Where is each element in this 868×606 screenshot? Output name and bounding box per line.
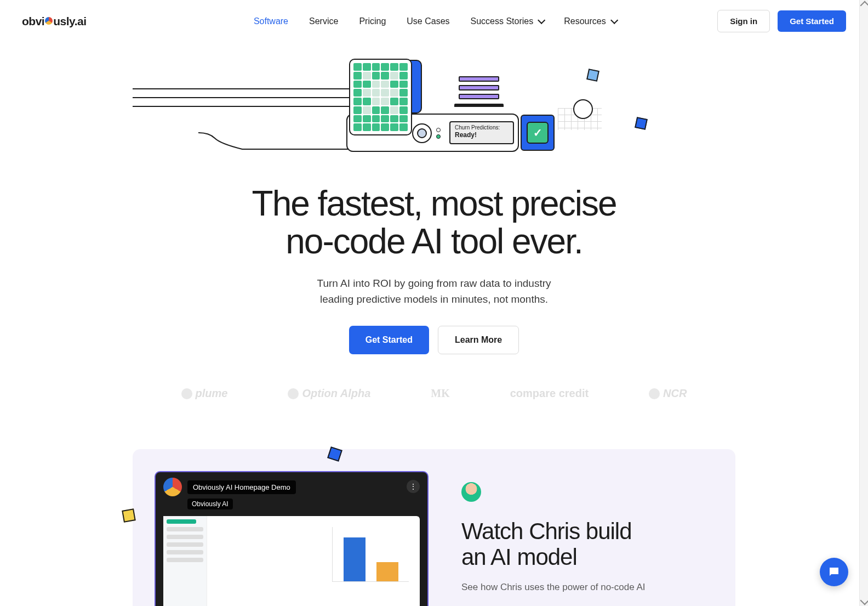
heading-line: Watch Chris build xyxy=(461,518,632,544)
circle-icon xyxy=(573,99,593,119)
watch-heading: Watch Chris build an AI model xyxy=(461,518,713,570)
client-logos-row: plume Option Alpha MK compare credit NCR xyxy=(0,387,868,400)
success-chip: ✓ xyxy=(521,115,555,151)
auth-buttons: Sign in Get Started xyxy=(717,10,846,32)
video-brand-icon xyxy=(163,478,182,496)
machine-dials xyxy=(412,123,441,143)
video-more-icon[interactable]: ⋮ xyxy=(407,480,420,493)
client-name: plume xyxy=(196,387,228,400)
nav-label: Software xyxy=(254,16,288,26)
client-name: NCR xyxy=(663,387,687,400)
triangle-icon xyxy=(288,388,299,399)
nav-software[interactable]: Software xyxy=(254,16,288,26)
client-name: Option Alpha xyxy=(302,387,370,400)
primary-nav: Software Service Pricing Use Cases Succe… xyxy=(254,16,616,26)
chat-icon xyxy=(827,565,841,579)
hero-get-started-button[interactable]: Get Started xyxy=(349,326,429,354)
nav-label: Success Stories xyxy=(471,16,534,26)
nav-label: Service xyxy=(309,16,338,26)
hero-section: The fastest, most precise no-code AI too… xyxy=(0,185,868,354)
site-header: obvi usly.ai Software Service Pricing Us… xyxy=(0,0,868,42)
nav-label: Pricing xyxy=(359,16,386,26)
client-logo: compare credit xyxy=(510,387,589,400)
nav-label: Resources xyxy=(564,16,606,26)
indicator-dot-icon xyxy=(436,128,441,132)
hero-headline: The fastest, most precise no-code AI too… xyxy=(0,185,868,260)
headline-line: The fastest, most precise xyxy=(252,184,616,223)
chevron-down-icon xyxy=(538,16,545,24)
headline-line: no-code AI tool ever. xyxy=(285,222,583,261)
nav-success-stories[interactable]: Success Stories xyxy=(471,16,544,26)
hero-learn-more-button[interactable]: Learn More xyxy=(438,326,519,354)
status-label: Churn Predictions: xyxy=(455,124,509,131)
nav-service[interactable]: Service xyxy=(309,16,338,26)
client-logo: Option Alpha xyxy=(288,387,370,400)
mini-bar-chart-icon xyxy=(332,527,409,582)
client-logo: NCR xyxy=(649,387,687,400)
leaf-icon xyxy=(181,388,192,399)
wire-lines-icon xyxy=(133,83,363,171)
nav-pricing[interactable]: Pricing xyxy=(359,16,386,26)
square-icon xyxy=(635,117,648,130)
hero-ctas: Get Started Learn More xyxy=(0,326,868,354)
presenter-avatar xyxy=(461,482,481,502)
brand-text-right: usly.ai xyxy=(53,15,86,28)
nav-resources[interactable]: Resources xyxy=(564,16,615,26)
watch-section: Obviously AI Homepage Demo Obviously AI … xyxy=(133,449,735,606)
status-value: Ready! xyxy=(455,131,509,139)
diamond-icon xyxy=(649,388,660,399)
client-name: MK xyxy=(431,387,449,400)
heading-line: an AI model xyxy=(461,544,577,570)
check-icon: ✓ xyxy=(527,122,549,144)
signin-button[interactable]: Sign in xyxy=(717,10,770,32)
video-screenshot xyxy=(163,516,420,606)
brand-text-left: obvi xyxy=(22,15,44,28)
client-name: compare credit xyxy=(510,387,589,400)
video-title: Obviously AI Homepage Demo xyxy=(187,480,296,494)
client-logo: plume xyxy=(181,387,228,400)
brand-dot-icon xyxy=(45,17,53,25)
chevron-down-icon xyxy=(610,16,618,24)
watch-text-block: Watch Chris build an AI model See how Ch… xyxy=(461,471,713,606)
get-started-button[interactable]: Get Started xyxy=(778,10,846,32)
nav-label: Use Cases xyxy=(407,16,449,26)
watch-body: See how Chris uses the power of no-code … xyxy=(461,582,713,593)
sub-line: Turn AI into ROI by going from raw data … xyxy=(317,277,551,289)
bar-stack-icon xyxy=(459,76,504,107)
video-channel: Obviously AI xyxy=(187,499,233,509)
machine-status-panel: Churn Predictions: Ready! xyxy=(449,121,514,144)
hero-subtext: Turn AI into ROI by going from raw data … xyxy=(0,276,868,307)
chat-launcher-button[interactable] xyxy=(820,558,848,586)
hero-illustration: Churn Predictions: Ready! ✓ xyxy=(0,59,868,168)
brand-logo[interactable]: obvi usly.ai xyxy=(22,15,86,28)
square-icon xyxy=(586,69,599,82)
nav-use-cases[interactable]: Use Cases xyxy=(407,16,449,26)
pixel-grid-icon xyxy=(349,59,412,135)
square-icon xyxy=(327,446,342,462)
sub-line: leading predictive models in minutes, no… xyxy=(320,293,548,305)
video-preview[interactable]: Obviously AI Homepage Demo Obviously AI … xyxy=(155,471,429,606)
indicator-dot-icon xyxy=(436,134,441,139)
dial-icon xyxy=(412,123,432,143)
square-icon xyxy=(122,508,135,522)
client-logo: MK xyxy=(431,387,449,400)
